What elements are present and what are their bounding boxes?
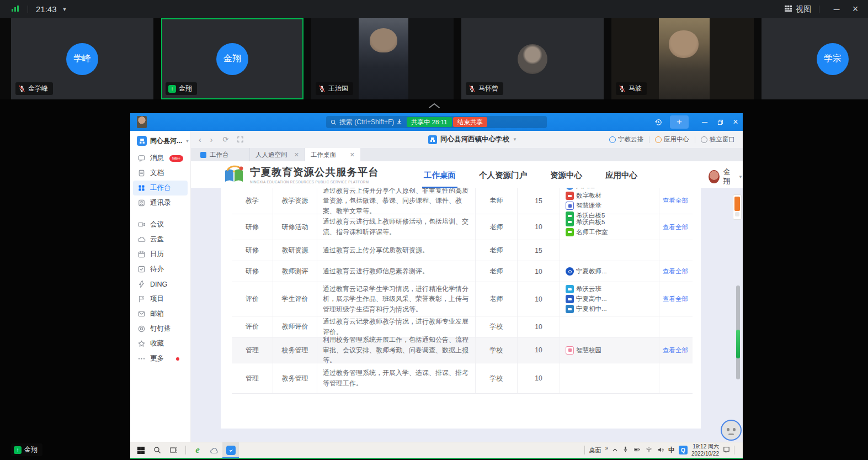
app-chip[interactable]: 宁夏初中... (566, 305, 611, 313)
app-chip[interactable]: 智慧课堂 (566, 202, 611, 210)
sidebar-item-meeting[interactable]: 会议 (130, 217, 190, 232)
refresh-icon[interactable]: ⟳ (222, 135, 228, 144)
tab-工作桌面[interactable]: 工作桌面✕ (305, 148, 360, 161)
mic-tray-icon[interactable] (622, 446, 629, 454)
org-selector[interactable]: 同心县河...▼ (130, 131, 190, 151)
participant-tile[interactable]: 马怀曾 (461, 18, 604, 99)
history-icon[interactable] (651, 113, 665, 131)
chevron-down-icon[interactable]: ▼ (62, 7, 67, 12)
participant-tile[interactable]: 学峰金学峰 (11, 18, 153, 99)
app-label: 希沃云班 (576, 285, 601, 293)
participant-tile[interactable]: 马波 (611, 18, 754, 99)
participant-tile[interactable]: 学宗 (762, 18, 868, 99)
wifi-icon[interactable] (645, 446, 653, 454)
app-chip[interactable]: 希沃云班 (566, 285, 611, 293)
expand-icon[interactable] (237, 135, 243, 145)
tab-close-icon[interactable]: ✕ (350, 151, 355, 158)
user-menu[interactable]: 金翔 ▼ (709, 167, 743, 186)
task-view-icon[interactable] (166, 442, 182, 458)
cell-count: 15 (518, 188, 560, 214)
cell-count: 10 (518, 316, 560, 337)
toolbar-expand-icon[interactable]: » (605, 445, 608, 451)
start-button[interactable] (132, 442, 149, 458)
sidebar-item-mail[interactable]: 邮箱 (130, 306, 190, 321)
user-avatar[interactable] (137, 116, 147, 128)
org-icon (428, 135, 437, 144)
sidebar-item-more[interactable]: 更多 (130, 351, 190, 366)
desktop-toolbar-label[interactable]: 桌面 (589, 446, 601, 454)
new-tab-button[interactable]: + (669, 113, 690, 131)
sidebar-item-star[interactable]: 收藏 (130, 336, 190, 351)
cell-link: 查看全部 (659, 337, 691, 363)
page-scrollbar[interactable] (736, 285, 740, 379)
view-all-link[interactable]: 查看全部 (663, 197, 688, 205)
download-icon[interactable] (396, 118, 403, 127)
tab-close-icon[interactable]: ✕ (294, 151, 299, 158)
sidebar-item-chat[interactable]: 消息99+ (130, 151, 190, 166)
floating-widget[interactable] (733, 194, 742, 220)
cloud-app-icon[interactable] (206, 442, 222, 458)
ime-indicator[interactable]: 中 (668, 446, 675, 455)
view-all-link[interactable]: 查看全部 (663, 223, 688, 231)
app-chip[interactable]: 数字教材 (566, 192, 611, 200)
app-chip[interactable]: 宁夏教师... (566, 267, 611, 276)
view-button[interactable]: 视图 (796, 4, 811, 14)
nav-应用中心[interactable]: 应用中心 (605, 170, 637, 181)
nav-资源中心[interactable]: 资源中心 (550, 170, 582, 181)
view-all-link[interactable]: 查看全部 (663, 267, 688, 276)
nav-个人资源门户[interactable]: 个人资源门户 (479, 170, 527, 181)
hidden-icons-chevron[interactable] (612, 447, 618, 453)
dingtalk-taskbar-icon[interactable] (222, 442, 239, 458)
signal-strength-icon (11, 4, 20, 14)
window-close-button[interactable]: × (729, 113, 742, 131)
sidebar-item-project[interactable]: 项目 (130, 292, 190, 306)
action-center-icon[interactable] (723, 446, 730, 454)
app-label: 智慧校园 (576, 346, 601, 355)
window-restore-button[interactable] (714, 113, 726, 131)
taskbar-clock[interactable]: 19:12 周六 2022/10/22 (691, 443, 719, 457)
app-chip[interactable]: 名师工作室 (566, 228, 611, 236)
search-box[interactable]: 搜索 (Ctrl+Shift+F) 共享中 28:11 结束共享 (326, 116, 547, 128)
sidebar-item-cloud[interactable]: 云盘 (130, 232, 190, 247)
cell-description: 通过教务管理系统，开展入学、选课、排课、排考等管理工作。 (317, 363, 476, 393)
sidebar-item-contacts[interactable]: 通讯录 (130, 195, 190, 210)
input-app-badge[interactable]: Q (679, 446, 688, 454)
view-all-link[interactable]: 查看全部 (663, 346, 688, 355)
back-icon[interactable]: ‹ (199, 135, 201, 144)
collapse-strip-arrow[interactable] (0, 101, 868, 111)
app-chip[interactable]: 宁夏高中... (566, 295, 611, 303)
sidebar-item-ding[interactable]: DING (130, 277, 190, 292)
meeting-timer: 21:43 (36, 4, 57, 14)
sidebar-item-dingda[interactable]: 钉钉搭 (130, 321, 190, 336)
tab-工作台[interactable]: 工作台 (195, 148, 250, 161)
app-chip[interactable]: 希沃白板5 (566, 218, 611, 226)
sidebar-item-calendar[interactable]: 日历 (130, 247, 190, 262)
speaker-icon[interactable] (657, 446, 664, 454)
nav-工作桌面[interactable]: 工作桌面 (424, 170, 456, 181)
video-head (669, 30, 699, 58)
workbench-action-2[interactable]: 应用中心 (655, 135, 689, 144)
tab-人人通空间[interactable]: 人人通空间✕ (250, 148, 305, 161)
sidebar-item-doc[interactable]: 文档 (130, 166, 190, 181)
battery-icon[interactable] (633, 446, 641, 454)
org-title-group[interactable]: 同心县河西镇中心学校 ▼ (428, 135, 517, 144)
app-chip[interactable]: 智慧校园 (566, 346, 611, 355)
ie-browser-icon[interactable]: e (189, 442, 206, 458)
cell-name: 研修活动 (273, 214, 317, 240)
chat-icon (137, 154, 146, 162)
assistant-robot-button[interactable] (721, 420, 742, 441)
participant-tile[interactable]: 金翔↑金翔 (161, 18, 303, 99)
view-all-link[interactable]: 查看全部 (663, 295, 688, 303)
end-share-button[interactable]: 结束共享 (453, 117, 487, 127)
close-button[interactable]: × (846, 0, 865, 18)
minimize-button[interactable]: ─ (827, 0, 846, 18)
sidebar-item-grid[interactable]: 工作台 (133, 181, 188, 195)
participant-tile[interactable]: 王治国 (311, 18, 454, 99)
workbench-action-1[interactable]: 宁教云搭 (609, 135, 643, 144)
taskbar-search-icon[interactable] (149, 442, 166, 458)
workbench-action-3[interactable]: 独立窗口 (701, 135, 735, 144)
forward-icon[interactable]: › (210, 135, 213, 144)
scrollbar-thumb[interactable] (736, 330, 740, 358)
sidebar-item-todo[interactable]: 待办 (130, 262, 190, 277)
window-minimize-button[interactable]: ─ (699, 113, 711, 131)
